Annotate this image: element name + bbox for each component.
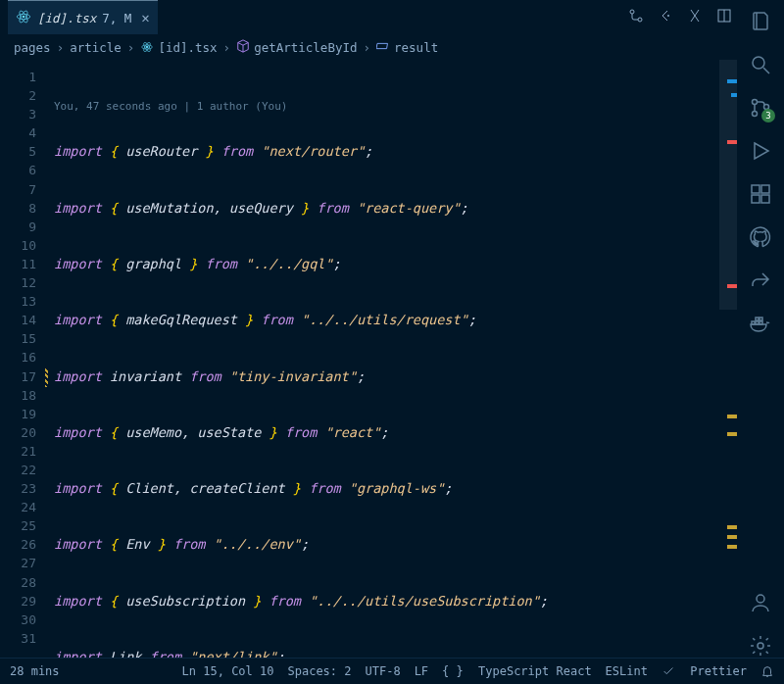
run-back-icon[interactable] (658, 8, 673, 26)
svg-point-6 (667, 15, 669, 17)
titlebar: [id].tsx 7, M ✕ ··· (0, 0, 784, 34)
extensions-icon[interactable] (749, 182, 772, 206)
gitlens-share-icon[interactable] (749, 269, 772, 292)
svg-point-16 (753, 100, 758, 105)
run-debug-icon[interactable] (749, 139, 772, 163)
breadcrumb-item[interactable]: [id].tsx (140, 40, 217, 55)
status-language-mode[interactable]: { } TypeScript React (442, 664, 592, 678)
svg-rect-21 (761, 195, 769, 203)
settings-gear-icon[interactable] (749, 634, 772, 658)
breadcrumb-item[interactable]: article (70, 40, 122, 55)
explorer-icon[interactable] (749, 10, 772, 33)
source-control-icon[interactable]: 3 (749, 96, 772, 120)
status-cursor-position[interactable]: Ln 15, Col 10 (182, 664, 274, 678)
compare-changes-icon[interactable] (628, 8, 644, 26)
status-encoding[interactable]: UTF-8 (366, 664, 401, 678)
react-file-icon (16, 9, 31, 27)
status-bar: 28 mins Ln 15, Col 10 Spaces: 2 UTF-8 LF… (0, 658, 784, 684)
split-editor-icon[interactable] (716, 8, 732, 26)
svg-point-28 (757, 595, 764, 603)
open-changes-icon[interactable] (687, 8, 703, 26)
svg-point-4 (630, 10, 634, 14)
svg-point-5 (638, 18, 642, 22)
tab-filename: [id].tsx (37, 11, 96, 25)
svg-rect-22 (761, 185, 769, 193)
breadcrumb-item[interactable]: pages (14, 40, 51, 55)
status-prettier[interactable]: Prettier (662, 664, 747, 678)
code-area[interactable]: You, 47 seconds ago | 1 author (You) imp… (54, 60, 737, 658)
docker-icon[interactable] (749, 312, 772, 335)
status-indentation[interactable]: Spaces: 2 (287, 664, 351, 678)
status-wakatime[interactable]: 28 mins (10, 664, 60, 678)
method-icon (236, 39, 250, 56)
close-tab-icon[interactable]: ✕ (141, 10, 149, 25)
svg-point-14 (753, 57, 764, 69)
chevron-right-icon: › (223, 40, 231, 55)
breadcrumb[interactable]: pages › article › [id].tsx › getArticleB… (0, 34, 784, 60)
gutter-modified-indicator (45, 367, 48, 387)
svg-rect-27 (760, 318, 762, 320)
scm-badge: 3 (761, 109, 775, 122)
svg-point-29 (758, 643, 763, 649)
svg-rect-19 (752, 185, 760, 193)
breadcrumb-item[interactable]: getArticleById (236, 39, 357, 56)
search-icon[interactable] (749, 53, 772, 76)
svg-point-0 (23, 15, 25, 18)
status-eol[interactable]: LF (415, 664, 428, 678)
breadcrumb-item[interactable]: result (376, 39, 438, 56)
svg-rect-13 (376, 43, 387, 48)
accounts-icon[interactable] (749, 591, 772, 614)
editor-tab[interactable]: [id].tsx 7, M ✕ (8, 0, 158, 34)
tab-modified-indicator: 7, M (102, 11, 131, 25)
status-eslint[interactable]: ESLint (606, 664, 648, 678)
status-notifications-icon[interactable] (760, 664, 774, 678)
editor[interactable]: 12 34 56 78 910 1112 1314 1516 1718 1920… (0, 60, 737, 658)
chevron-right-icon: › (127, 40, 135, 55)
overview-ruler[interactable] (719, 60, 737, 658)
svg-rect-20 (752, 195, 760, 203)
variable-icon (376, 39, 390, 56)
chevron-right-icon: › (57, 40, 65, 55)
line-number-gutter: 12 34 56 78 910 1112 1314 1516 1718 1920… (0, 60, 54, 658)
activity-bar: 3 (737, 0, 784, 658)
svg-point-9 (146, 46, 148, 48)
svg-rect-26 (756, 318, 759, 320)
svg-line-15 (763, 68, 769, 73)
chevron-right-icon: › (364, 40, 371, 55)
github-icon[interactable] (749, 225, 772, 249)
svg-point-17 (753, 112, 758, 117)
